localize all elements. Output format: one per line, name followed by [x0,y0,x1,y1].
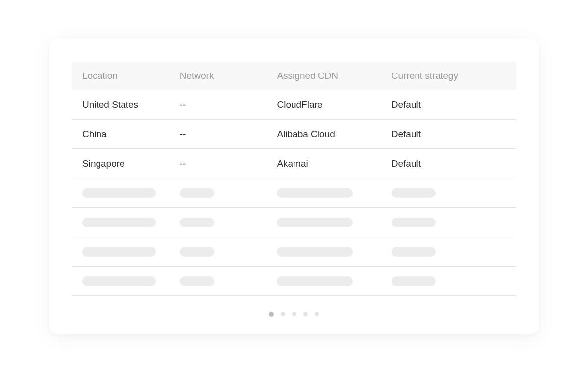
cell-network: -- [180,129,277,140]
cell-network: -- [180,99,277,110]
skeleton-placeholder [277,276,353,286]
cell-strategy: Default [392,129,506,140]
table-row: China -- Alibaba Cloud Default [72,120,516,149]
card: Location Network Assigned CDN Current st… [49,38,539,334]
column-header-network: Network [180,71,277,81]
table-header: Location Network Assigned CDN Current st… [72,62,516,90]
cell-location: China [82,129,180,140]
cell-cdn: CloudFlare [277,99,391,110]
column-header-cdn: Assigned CDN [277,71,391,81]
skeleton-placeholder [82,247,156,257]
table-row: Singapore -- Akamai Default [72,149,516,178]
skeleton-placeholder [392,218,436,227]
column-header-strategy: Current strategy [392,71,506,81]
pagination-dot[interactable] [281,312,285,316]
cell-strategy: Default [392,158,506,169]
cdn-table: Location Network Assigned CDN Current st… [72,62,516,296]
skeleton-placeholder [180,276,214,286]
skeleton-placeholder [180,218,214,227]
pagination-dots [72,296,516,317]
skeleton-placeholder [392,276,436,286]
skeleton-placeholder [277,188,353,198]
pagination-dot[interactable] [269,312,274,317]
cell-location: United States [82,99,180,110]
table-row-skeleton [72,237,516,267]
skeleton-placeholder [82,218,156,227]
skeleton-placeholder [82,276,156,286]
skeleton-placeholder [277,218,353,227]
pagination-dot[interactable] [315,312,319,316]
table-row-skeleton [72,178,516,208]
pagination-dot[interactable] [303,312,308,316]
skeleton-placeholder [277,247,353,257]
pagination-dot[interactable] [292,312,296,316]
cell-cdn: Alibaba Cloud [277,129,391,140]
cell-cdn: Akamai [277,158,391,169]
table-row-skeleton [72,208,516,237]
skeleton-placeholder [392,188,436,198]
skeleton-placeholder [82,188,156,198]
table-row: United States -- CloudFlare Default [72,90,516,120]
skeleton-placeholder [180,247,214,257]
cell-network: -- [180,158,277,169]
cell-location: Singapore [82,158,180,169]
cell-strategy: Default [392,99,506,110]
column-header-location: Location [82,71,180,81]
skeleton-placeholder [180,188,214,198]
skeleton-placeholder [392,247,436,257]
table-row-skeleton [72,267,516,296]
